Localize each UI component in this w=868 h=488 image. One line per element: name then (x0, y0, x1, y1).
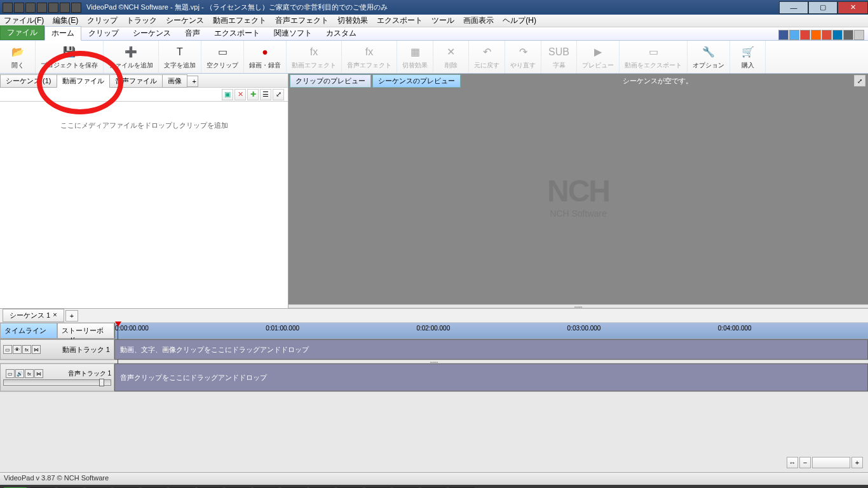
sequence-tab[interactable]: シーケンス 1 × (3, 309, 64, 322)
preview-tab-sequence[interactable]: シーケンスのプレビュー (372, 74, 461, 88)
menu-edit[interactable]: 編集(E) (53, 15, 78, 26)
ribbon-tab-clip[interactable]: クリップ (81, 26, 126, 40)
qat-icon[interactable] (25, 3, 36, 13)
ribbon-btn-15[interactable]: 🔧オプション (688, 41, 730, 73)
bin-placeholder: ここにメディアファイルをドロップしクリップを追加 (60, 121, 228, 130)
bin-tab-video[interactable]: 動画ファイル (57, 74, 110, 88)
ribbon-tab-file[interactable]: ファイル (0, 25, 44, 40)
ribbon-tab-audio[interactable]: 音声 (178, 26, 207, 40)
track-link-icon[interactable]: ⋈ (34, 369, 43, 378)
audio-track-body[interactable]: 音声クリップをここにドラッグアンドドロップ (114, 363, 868, 391)
ribbon-tab-export[interactable]: エクスポート (207, 26, 267, 40)
gplus-icon[interactable] (822, 30, 832, 40)
ribbon-btn-13: ▶プレビュー (577, 41, 620, 73)
track-link-icon[interactable]: ⋈ (32, 345, 41, 354)
gripper-icon[interactable]: •••••• (288, 304, 868, 308)
minimize-button[interactable]: — (779, 1, 808, 14)
ribbon-tab-sequence[interactable]: シーケンス (126, 26, 178, 40)
bin-add-icon[interactable]: ▣ (222, 89, 233, 100)
ribbon-label: 動画をエクスポート (625, 61, 682, 70)
ribbon-icon: ➕ (123, 44, 139, 60)
share-icon[interactable] (843, 30, 853, 40)
ribbon-btn-5[interactable]: ●録画・録音 (244, 41, 287, 73)
ribbon-label: オプション (693, 61, 724, 70)
ribbon-btn-10: ↶元に戻す (469, 41, 505, 73)
ribbon-icon: ▦ (407, 44, 423, 60)
menu-track[interactable]: トラック (126, 15, 157, 26)
qat-icon[interactable] (48, 3, 58, 13)
bin-delete-icon[interactable]: ✕ (234, 89, 246, 100)
menu-help[interactable]: ヘルプ(H) (503, 15, 536, 26)
zoom-fit-icon[interactable]: ↔ (787, 457, 798, 468)
more-icon[interactable] (854, 30, 864, 40)
ribbon-icon: ↶ (479, 44, 494, 60)
track-speaker-icon[interactable]: 🔊 (15, 369, 24, 378)
ruler-tick: 0:03:00.000 (567, 325, 601, 332)
bin-list-icon[interactable]: ☰ (260, 89, 271, 100)
sequence-close-icon[interactable]: × (53, 311, 57, 320)
ribbon-btn-9: ✕削除 (433, 41, 469, 73)
rss-icon[interactable] (811, 30, 821, 40)
qat-icon[interactable] (71, 3, 81, 13)
ribbon-label: 文字を追加 (164, 61, 196, 70)
qat-icon[interactable] (37, 3, 47, 13)
bin-tab-audio[interactable]: 音声ファイル (109, 74, 163, 88)
menu-file[interactable]: ファイル(F) (4, 15, 44, 26)
maximize-button[interactable]: ▢ (808, 1, 837, 14)
ribbon-tab-custom[interactable]: カスタム (319, 26, 363, 40)
ribbon-icon: fx (362, 44, 377, 60)
close-button[interactable]: ✕ (837, 1, 868, 14)
bin-new-icon[interactable]: ✚ (247, 89, 259, 100)
zoom-out-icon[interactable]: − (799, 457, 811, 468)
zoom-controls: ↔ − + (787, 457, 863, 468)
tab-storyboard[interactable]: ストーリーボード (57, 323, 114, 339)
volume-slider[interactable] (3, 379, 111, 386)
video-track-body[interactable]: 動画、文字、画像クリップをここにドラッグアンドドロップ (114, 339, 868, 360)
menu-clip[interactable]: クリップ (87, 15, 118, 26)
zoom-in-icon[interactable]: + (851, 457, 863, 468)
track-eye-icon[interactable]: 👁 (13, 345, 22, 354)
ribbon-btn-3[interactable]: T文字を追加 (159, 41, 201, 73)
menu-video-effect[interactable]: 動画エフェクト (213, 15, 266, 26)
google-icon[interactable] (800, 30, 810, 40)
preview-body: NCH NCH Software (288, 88, 868, 304)
video-track-hint: 動画、文字、画像クリップをここにドラッグアンドドロップ (120, 345, 309, 355)
preview-tab-clip[interactable]: クリップのプレビュー (290, 74, 371, 88)
bin-tab-sequences[interactable]: シーケンス (1) (0, 74, 57, 88)
menu-transition[interactable]: 切替効果 (337, 15, 368, 26)
preview-expand-icon[interactable]: ⤢ (854, 75, 865, 86)
bin-expand-icon[interactable]: ⤢ (273, 89, 284, 100)
track-fx-icon[interactable]: fx (25, 369, 34, 378)
track-lock-icon[interactable]: ▭ (3, 345, 12, 354)
ribbon-label: やり直す (510, 61, 536, 70)
zoom-slider[interactable] (812, 457, 850, 468)
menu-tools[interactable]: ツール (431, 15, 454, 26)
track-fx-icon[interactable]: fx (22, 345, 31, 354)
sequence-add-button[interactable]: + (65, 310, 78, 322)
timeline-ruler[interactable]: 0:00:00.0000:01:00.0000:02:00.0000:03:00… (114, 323, 868, 339)
nch-logo: NCH (547, 173, 609, 208)
menu-export[interactable]: エクスポート (377, 15, 423, 26)
tab-timeline[interactable]: タイムライン (0, 323, 57, 339)
ribbon-btn-16[interactable]: 🛒購入 (730, 41, 766, 73)
bin-tab-image[interactable]: 画像 (162, 74, 187, 88)
bin-drop-area[interactable]: ここにメディアファイルをドロップしクリップを追加 (0, 102, 288, 308)
linkedin-icon[interactable] (832, 30, 843, 40)
ribbon-tab-home[interactable]: ホーム (44, 26, 81, 41)
ribbon-btn-1[interactable]: 💾プロジェクトを保存 (36, 41, 104, 73)
ribbon-btn-4[interactable]: ▭空クリップ (201, 41, 244, 73)
ribbon-btn-0[interactable]: 📂開く (0, 41, 36, 73)
track-lock-icon[interactable]: ▭ (6, 369, 15, 378)
menu-view[interactable]: 画面表示 (463, 15, 494, 26)
qat-icon[interactable] (60, 3, 70, 13)
qat-icon[interactable] (14, 3, 24, 13)
twitter-icon[interactable] (789, 30, 799, 40)
menu-sequence[interactable]: シーケンス (166, 15, 204, 26)
ribbon-btn-2[interactable]: ➕ファイルを追加 (104, 41, 159, 73)
bin-tab-add[interactable]: + (187, 76, 198, 87)
slider-thumb-icon[interactable] (99, 379, 104, 386)
preview-pane: クリップのプレビュー シーケンスのプレビュー シーケンスが空です。 ⤢ NCH … (288, 74, 868, 308)
menu-audio-effect[interactable]: 音声エフェクト (275, 15, 329, 26)
facebook-icon[interactable] (778, 30, 789, 40)
ribbon-tab-related[interactable]: 関連ソフト (267, 26, 319, 40)
